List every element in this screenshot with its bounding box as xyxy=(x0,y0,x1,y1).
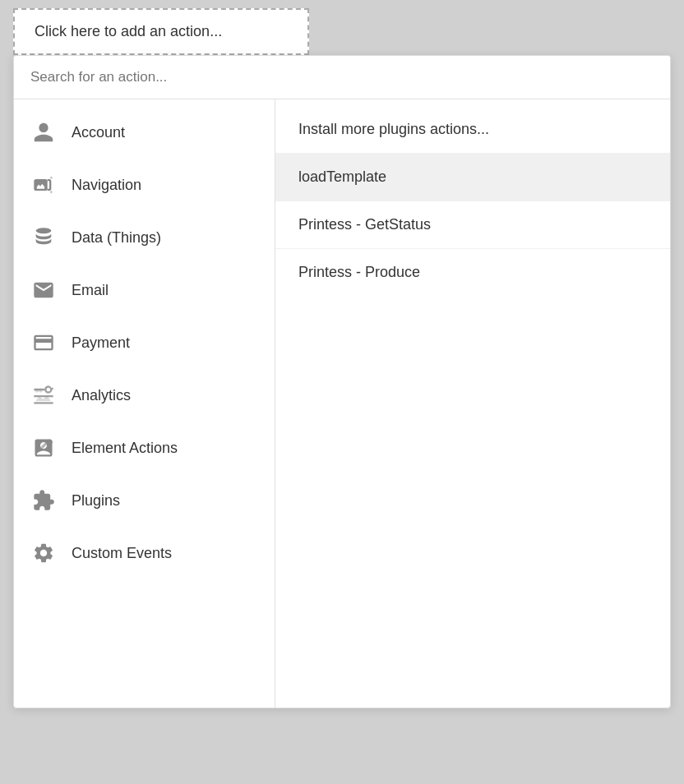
sidebar: Account Navigation xyxy=(14,99,275,708)
add-action-box[interactable]: Click here to add an action... xyxy=(13,8,309,55)
panel: Account Navigation xyxy=(13,55,671,708)
sidebar-item-element-actions-label: Element Actions xyxy=(72,440,178,457)
outer-wrapper: Click here to add an action... Account xyxy=(13,8,671,708)
action-item-printess-getstatus[interactable]: Printess - GetStatus xyxy=(275,201,670,249)
sidebar-item-account-label: Account xyxy=(72,124,125,141)
sidebar-item-account[interactable]: Account xyxy=(14,106,275,159)
account-icon xyxy=(30,119,57,145)
sidebar-item-element-actions[interactable]: Element Actions xyxy=(14,422,275,474)
sidebar-item-email-label: Email xyxy=(72,282,109,299)
analytics-icon xyxy=(30,382,57,408)
data-icon xyxy=(30,224,57,251)
custom-events-icon xyxy=(30,540,57,566)
action-item-load-template-label: loadTemplate xyxy=(298,168,386,185)
payment-icon xyxy=(30,330,57,356)
search-bar xyxy=(14,56,670,99)
sidebar-item-analytics-label: Analytics xyxy=(72,387,131,404)
panel-body: Account Navigation xyxy=(14,99,670,708)
sidebar-item-custom-events[interactable]: Custom Events xyxy=(14,527,275,579)
sidebar-item-data-label: Data (Things) xyxy=(72,229,161,247)
sidebar-item-data-things[interactable]: Data (Things) xyxy=(14,211,275,264)
email-icon xyxy=(30,277,57,303)
sidebar-item-plugins-label: Plugins xyxy=(72,492,120,510)
navigation-icon xyxy=(30,172,57,198)
search-input[interactable] xyxy=(30,69,654,85)
action-item-install-plugins[interactable]: Install more plugins actions... xyxy=(275,106,670,154)
main-content: Install more plugins actions... loadTemp… xyxy=(275,99,670,708)
action-item-printess-produce[interactable]: Printess - Produce xyxy=(275,249,670,296)
sidebar-item-navigation[interactable]: Navigation xyxy=(14,159,275,211)
action-item-printess-produce-label: Printess - Produce xyxy=(298,264,420,280)
sidebar-item-navigation-label: Navigation xyxy=(72,177,141,194)
action-item-printess-getstatus-label: Printess - GetStatus xyxy=(298,216,431,233)
action-item-load-template[interactable]: loadTemplate xyxy=(275,154,670,201)
element-actions-icon xyxy=(30,435,57,461)
sidebar-item-payment[interactable]: Payment xyxy=(14,316,275,369)
sidebar-item-plugins[interactable]: Plugins xyxy=(14,474,275,527)
action-item-install-plugins-label: Install more plugins actions... xyxy=(298,121,489,137)
sidebar-item-custom-events-label: Custom Events xyxy=(72,545,172,562)
plugins-icon xyxy=(30,487,57,514)
sidebar-item-email[interactable]: Email xyxy=(14,264,275,316)
sidebar-item-payment-label: Payment xyxy=(72,334,130,352)
svg-point-0 xyxy=(36,228,52,233)
sidebar-item-analytics[interactable]: Analytics xyxy=(14,369,275,422)
add-action-label: Click here to add an action... xyxy=(35,23,222,39)
